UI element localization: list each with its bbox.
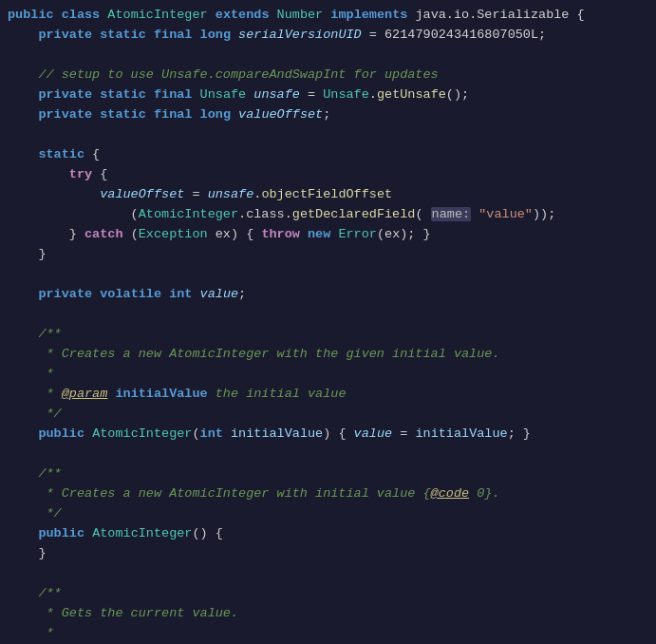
- line-content: /**: [8, 325, 656, 345]
- code-line: [0, 445, 656, 464]
- line-content: [8, 564, 656, 584]
- code-line: private static final long valueOffset;: [0, 105, 656, 125]
- line-content: }: [8, 544, 656, 564]
- code-line: } catch (Exception ex) { throw new Error…: [0, 225, 656, 245]
- line-content: [8, 46, 656, 66]
- code-line: (AtomicInteger.class.getDeclaredField( n…: [0, 205, 656, 225]
- code-line: *: [0, 624, 656, 644]
- code-line: valueOffset = unsafe.objectFieldOffset: [0, 185, 656, 205]
- code-line: * @param initialValue the initial value: [0, 385, 656, 405]
- line-content: private volatile int value;: [8, 285, 656, 305]
- code-line: /**: [0, 584, 656, 604]
- line-content: }: [8, 245, 656, 265]
- code-line: }: [0, 245, 656, 265]
- line-content: *: [8, 624, 656, 644]
- code-line: try {: [0, 165, 656, 185]
- line-content: * Gets the current value.: [8, 604, 656, 624]
- code-line: public AtomicInteger(int initialValue) {…: [0, 425, 656, 445]
- code-line: * Creates a new AtomicInteger with initi…: [0, 484, 656, 504]
- code-line: // setup to use Unsafe.compareAndSwapInt…: [0, 66, 656, 85]
- code-line: /**: [0, 325, 656, 345]
- line-content: */: [8, 405, 656, 425]
- line-content: */: [8, 504, 656, 524]
- code-line: private volatile int value;: [0, 285, 656, 305]
- line-content: // setup to use Unsafe.compareAndSwapInt…: [8, 66, 656, 85]
- code-line: * Gets the current value.: [0, 604, 656, 624]
- line-content: [8, 445, 656, 464]
- line-content: private static final long serialVersionU…: [8, 26, 656, 46]
- line-content: * Creates a new AtomicInteger with initi…: [8, 484, 656, 504]
- line-content: valueOffset = unsafe.objectFieldOffset: [8, 185, 656, 205]
- line-content: static {: [8, 145, 656, 165]
- code-line: public class AtomicInteger extends Numbe…: [0, 6, 656, 26]
- code-lines: public class AtomicInteger extends Numbe…: [0, 6, 656, 644]
- line-content: [8, 265, 656, 285]
- line-content: [8, 305, 656, 325]
- code-line: *: [0, 365, 656, 385]
- code-line: static {: [0, 145, 656, 165]
- code-line: private static final Unsafe unsafe = Uns…: [0, 85, 656, 105]
- line-content: public AtomicInteger() {: [8, 524, 656, 544]
- code-line: [0, 305, 656, 325]
- code-line: [0, 46, 656, 66]
- line-content: /**: [8, 584, 656, 604]
- code-line: [0, 564, 656, 584]
- code-line: * Creates a new AtomicInteger with the g…: [0, 345, 656, 365]
- line-content: private static final Unsafe unsafe = Uns…: [8, 85, 656, 105]
- code-line: /**: [0, 464, 656, 484]
- line-content: (AtomicInteger.class.getDeclaredField( n…: [8, 205, 656, 225]
- code-line: */: [0, 504, 656, 524]
- line-content: try {: [8, 165, 656, 185]
- line-content: * Creates a new AtomicInteger with the g…: [8, 345, 656, 365]
- code-line: private static final long serialVersionU…: [0, 26, 656, 46]
- code-line: [0, 125, 656, 145]
- line-content: [8, 125, 656, 145]
- code-line: public AtomicInteger() {: [0, 524, 656, 544]
- code-line: [0, 265, 656, 285]
- line-content: * @param initialValue the initial value: [8, 385, 656, 405]
- line-content: private static final long valueOffset;: [8, 105, 656, 125]
- line-content: public class AtomicInteger extends Numbe…: [8, 6, 656, 26]
- code-line: }: [0, 544, 656, 564]
- line-content: public AtomicInteger(int initialValue) {…: [8, 425, 656, 445]
- line-content: *: [8, 365, 656, 385]
- code-line: */: [0, 405, 656, 425]
- line-content: } catch (Exception ex) { throw new Error…: [8, 225, 656, 245]
- code-editor: public class AtomicInteger extends Numbe…: [0, 0, 656, 644]
- line-content: /**: [8, 464, 656, 484]
